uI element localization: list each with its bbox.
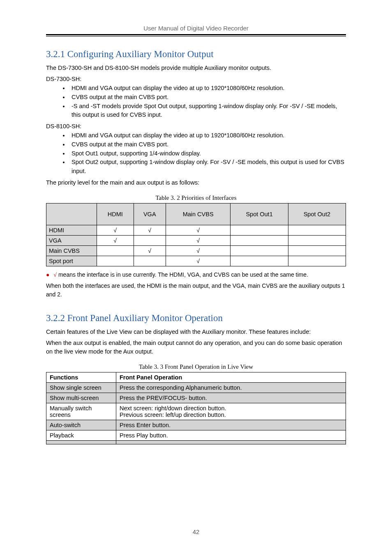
fp-intro: When the aux output is enabled, the main… [46, 339, 346, 356]
note-text-2: The HDMI, VGA, and CVBS can be used at t… [158, 271, 308, 278]
table-3-2-caption: Table 3. 2 Priorities of Interfaces [46, 194, 346, 201]
fp-row-value: Press the PREV/FOCUS- button. [116, 393, 346, 403]
list-item: Spot Out1 output, supporting 1/4-window … [69, 149, 346, 158]
cell [97, 256, 134, 266]
fp-row-label: Playback [46, 430, 116, 440]
cell: √ [166, 256, 231, 266]
cell [231, 235, 288, 245]
priorities-note: ● √ means the interface is in use curren… [46, 271, 346, 299]
cell: √ [166, 235, 231, 245]
cell [288, 225, 346, 235]
list-item: CVBS output at the main CVBS port. [69, 93, 346, 102]
cell [134, 256, 166, 266]
fp-th-operation: Front Panel Operation [116, 372, 346, 382]
fp-th-functions: Functions [46, 372, 116, 382]
intro-paragraph: The DS-7300-SH and DS-8100-SH models pro… [46, 64, 346, 72]
header-rule-thick [46, 34, 346, 35]
cell: √ [166, 245, 231, 256]
fp-row-value: Next screen: right/down direction button… [116, 403, 346, 420]
cell [231, 225, 288, 235]
cell [97, 245, 134, 256]
row-hdmi: HDMI [46, 225, 97, 235]
list-item: HDMI and VGA output can display the vide… [69, 84, 346, 93]
ds8100-label: DS-8100-SH: [46, 123, 346, 130]
priority-intro: The priority level for the main and aux … [46, 178, 346, 187]
section-title-3-2-1: 3.2.1 Configuring Auxiliary Monitor Outp… [46, 49, 346, 60]
cell: √ [97, 225, 134, 235]
th-blank [46, 203, 97, 225]
page-number: 42 [0, 528, 392, 535]
fp-row-value: Press the corresponding Alphanumeric but… [116, 382, 346, 393]
cell: √ [134, 245, 166, 256]
cell: √ [97, 235, 134, 245]
cell [288, 256, 346, 266]
row-spot-port: Spot port [46, 256, 97, 266]
ds7300-label: DS-7300-SH: [46, 76, 346, 82]
bullet-icon: ● [46, 271, 49, 278]
page-root: User Manual of Digital Video Recorder 3.… [0, 0, 392, 555]
cell [134, 235, 166, 245]
cell: √ [134, 225, 166, 235]
th-vga: VGA [134, 203, 166, 225]
th-spot2: Spot Out2 [288, 203, 346, 225]
check-icon: √ [53, 272, 57, 278]
note-text-1: means the interface is in use currently. [58, 271, 158, 278]
header-title: User Manual of Digital Video Recorder [46, 25, 346, 34]
section-title-3-2-2: 3.2.2 Front Panel Auxiliary Monitor Oper… [46, 313, 346, 324]
fp-row-value: Press Play button. [116, 430, 346, 440]
fp-row-value: Press Enter button. [116, 420, 346, 430]
row-vga: VGA [46, 235, 97, 245]
fp-row-value [116, 440, 346, 444]
list-item: Spot Out2 output, supporting 1-window di… [69, 158, 346, 176]
cell [231, 256, 288, 266]
fp-timing-note: Certain features of the Live View can be… [46, 328, 346, 336]
fp-row-label: Manually switch screens [46, 403, 116, 420]
ds8100-list: HDMI and VGA output can display the vide… [46, 131, 346, 176]
th-main-cvbs: Main CVBS [166, 203, 231, 225]
list-item: HDMI and VGA output can display the vide… [69, 131, 346, 140]
fp-row-label: Auto-switch [46, 420, 116, 430]
table-3-3-caption: Table 3. 3 Front Panel Operation in Live… [46, 363, 346, 370]
th-hdmi: HDMI [97, 203, 134, 225]
cell [231, 245, 288, 256]
ds7300-list: HDMI and VGA output can display the vide… [46, 84, 346, 120]
priorities-table: HDMI VGA Main CVBS Spot Out1 Spot Out2 H… [46, 203, 346, 266]
header-rule-thin [46, 36, 346, 37]
cell [288, 245, 346, 256]
list-item: -S and -ST models provide Spot Out outpu… [69, 102, 346, 120]
fp-row-label: Show multi-screen [46, 393, 116, 403]
row-main-cvbs: Main CVBS [46, 245, 97, 256]
fp-row-label [46, 440, 116, 444]
front-panel-table: Functions Front Panel Operation Show sin… [46, 372, 346, 444]
cell [288, 235, 346, 245]
fp-row-label: Show single screen [46, 382, 116, 393]
list-item: CVBS output at the main CVBS port. [69, 140, 346, 149]
cell: √ [166, 225, 231, 235]
note-para: When both the interfaces are used, the H… [46, 282, 346, 299]
th-spot1: Spot Out1 [231, 203, 288, 225]
